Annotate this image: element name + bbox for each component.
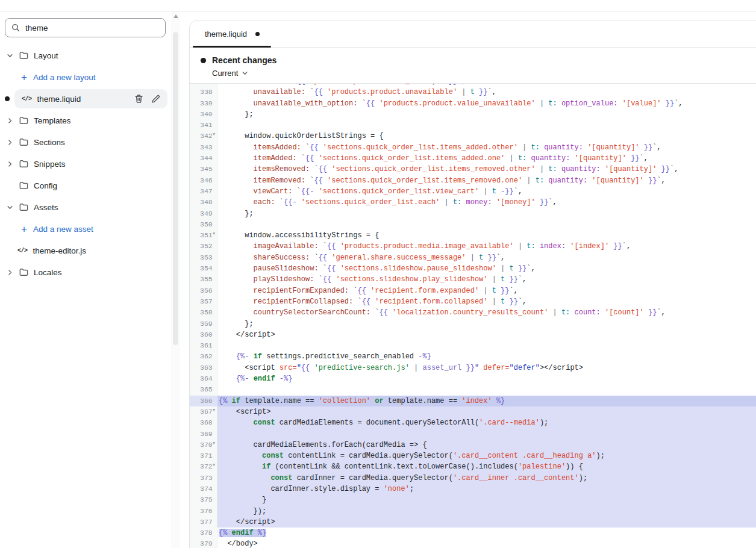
code-line-content: itemsAdded: `{{ 'sections.quick_order_li… (217, 142, 756, 153)
sidebar-item-templates[interactable]: Templates (0, 110, 170, 131)
code-line-content: countrySelectorSearchCount: `{{ 'localiz… (217, 307, 756, 318)
sidebar-scrollbar[interactable] (171, 11, 180, 548)
code-file-icon: </> (22, 96, 32, 102)
sidebar-item-theme-liquid[interactable]: </>theme.liquid (0, 88, 170, 110)
code-line: 371 const contentLink = cardMedia.queryS… (190, 450, 756, 461)
sidebar-item-locales[interactable]: Locales (0, 261, 170, 283)
chevron-right-icon[interactable] (6, 139, 14, 146)
sidebar-item-layout[interactable]: Layout (0, 45, 170, 66)
selected-file-pill: </>theme.liquid (14, 89, 167, 108)
fold-toggle-icon[interactable]: ▼ (213, 441, 215, 446)
code-line: 344 itemAdded: `{{ 'sections.quick_order… (190, 153, 756, 164)
code-line: 362 {%- if settings.predictive_search_en… (190, 351, 756, 362)
fold-toggle-icon[interactable]: ▼ (213, 132, 215, 137)
scrollbar-thumb[interactable] (173, 32, 178, 345)
code-line-content: cardInner.style.display = 'none'; (217, 484, 756, 494)
code-line: 358 countrySelectorSearchCount: `{{ 'loc… (190, 307, 756, 318)
folder-icon (19, 116, 28, 125)
code-line: 348 each: `{{- 'sections.quick_order_lis… (190, 197, 756, 208)
code-line-content: viewCart: `{{- 'sections.quick_order_lis… (217, 186, 756, 197)
sidebar-item-theme-editor-js[interactable]: </>theme-editor.js (0, 240, 170, 261)
chevron-down-icon[interactable] (6, 52, 14, 59)
code-line: 359 }; (190, 319, 756, 329)
code-line-content: itemRemoved: `{{ 'sections.quick_order_l… (217, 175, 756, 186)
sidebar-item-add-a-new-layout[interactable]: +Add a new layout (0, 66, 170, 88)
version-selector[interactable]: Current (212, 69, 266, 78)
code-file-icon: </> (17, 248, 28, 254)
line-number: 365 (190, 384, 217, 395)
sidebar-item-sections[interactable]: Sections (0, 131, 170, 153)
code-line: 379 </body> (190, 538, 756, 548)
chevron-right-icon[interactable] (6, 269, 14, 276)
folder-icon (19, 160, 28, 168)
line-number: 360 (190, 329, 217, 340)
code-line-content: </script> (217, 517, 756, 528)
tab-theme-liquid[interactable]: theme.liquid (192, 20, 272, 47)
code-line-content: }; (217, 319, 756, 329)
code-line: 361 (190, 340, 756, 351)
code-line-content: } (217, 494, 756, 505)
code-lines: 337 soldOut: `{{ 'products.product.sold_… (190, 84, 756, 548)
line-number: 364 (190, 373, 217, 384)
code-line: 367▼ <script> (190, 406, 756, 417)
code-line-content: }; (217, 109, 756, 120)
shopify-code-editor: { "sidebar": { "search": { "value": "the… (0, 0, 756, 548)
line-number: 359 (190, 319, 217, 329)
recent-changes-title: Recent changes (212, 55, 276, 65)
file-search-box[interactable] (5, 18, 166, 37)
chevron-right-icon[interactable] (6, 117, 14, 124)
code-line-content: }); (217, 506, 756, 517)
code-line-content: unavailable_with_option: `{{ 'products.p… (217, 98, 756, 109)
code-line-content: recipientFormExpanded: `{{ 'recipient.fo… (217, 285, 756, 296)
plus-icon: + (20, 72, 28, 83)
code-line-content: each: `{{- 'sections.quick_order_list.ea… (217, 197, 756, 208)
line-number: 363 (190, 363, 217, 373)
sidebar-item-snippets[interactable]: Snippets (0, 153, 170, 175)
code-line-content: }; (217, 208, 756, 219)
code-line-content (217, 120, 756, 131)
line-number: 344 (190, 153, 217, 164)
line-number: 355 (190, 274, 217, 285)
sidebar-item-config[interactable]: Config (0, 175, 170, 196)
line-number: 379 (190, 538, 217, 548)
code-line-content: window.quickOrderListStrings = { (217, 131, 756, 142)
folder-icon (19, 51, 28, 60)
line-number: 378 (190, 528, 217, 538)
code-line: 360 </script> (190, 329, 756, 340)
code-line: 370▼ cardMediaElements.forEach(cardMedia… (190, 440, 756, 450)
fold-toggle-icon[interactable]: ▼ (213, 463, 215, 467)
code-line: 368 const cardMediaElements = document.q… (190, 417, 756, 428)
search-input[interactable] (24, 23, 159, 33)
line-number: 377 (190, 517, 217, 528)
file-sidebar: Layout+Add a new layout</>theme.liquidTe… (0, 11, 170, 548)
line-number: 342▼ (190, 131, 217, 142)
code-line: 350 (190, 219, 756, 230)
line-number: 372▼ (190, 461, 217, 472)
code-line: 353 shareSuccess: `{{ 'general.share.suc… (190, 252, 756, 263)
fold-toggle-icon[interactable]: ▼ (213, 232, 215, 236)
chevron-right-icon[interactable] (6, 161, 14, 167)
scroll-up-arrow-icon[interactable] (173, 14, 178, 18)
code-line-content (217, 340, 756, 351)
code-line: 355 playSlideshow: `{{ 'sections.slidesh… (190, 274, 756, 285)
fold-toggle-icon[interactable]: ▼ (213, 408, 215, 413)
chevron-down-icon[interactable] (6, 204, 14, 211)
line-number: 341 (190, 120, 217, 131)
recent-changes-bar: Recent changes Current (190, 48, 756, 84)
code-line-content: recipientFormCollapsed: `{{ 'recipient.f… (217, 296, 756, 307)
rename-file-button[interactable] (150, 93, 161, 105)
tab-strip: theme.liquid (190, 20, 756, 48)
sidebar-item-assets[interactable]: Assets (0, 196, 170, 218)
code-line: 375 } (190, 494, 756, 505)
code-line-content: </body> (217, 538, 756, 548)
line-number: 351▼ (190, 230, 217, 241)
code-line: 343 itemsAdded: `{{ 'sections.quick_orde… (190, 142, 756, 153)
code-line: 366{% if template.name == 'collection' o… (190, 396, 756, 406)
code-line-content: {% endif %} (217, 528, 756, 538)
code-line-content: unavailable: `{{ 'products.product.unava… (217, 87, 756, 98)
code-editor[interactable]: 337 soldOut: `{{ 'products.product.sold_… (190, 84, 756, 548)
code-line-content: playSlideshow: `{{ 'sections.slideshow.p… (217, 274, 756, 285)
delete-file-button[interactable] (133, 93, 145, 105)
line-number: 347 (190, 186, 217, 197)
sidebar-item-add-a-new-asset[interactable]: +Add a new asset (0, 218, 170, 240)
